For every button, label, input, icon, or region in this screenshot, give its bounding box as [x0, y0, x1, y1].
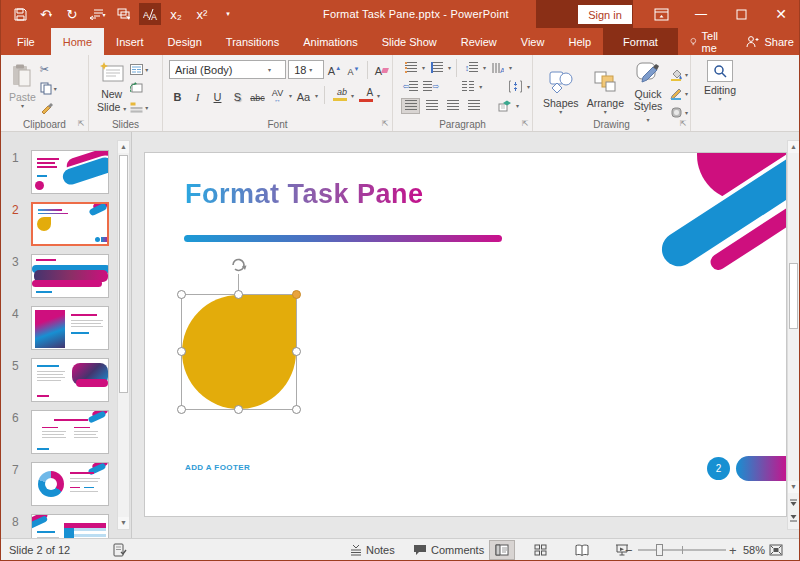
slide-title[interactable]: Format Task Pane: [185, 179, 424, 210]
new-slide-caret[interactable]: ▾: [123, 106, 126, 112]
slide-thumbnail-5[interactable]: [31, 358, 109, 402]
thumbnails-scroll-thumb[interactable]: [119, 155, 128, 393]
section-caret[interactable]: ▾: [145, 104, 148, 111]
zoom-slider-track[interactable]: [638, 549, 726, 551]
superscript-button[interactable]: x²: [191, 3, 213, 25]
shapes-caret[interactable]: ▾: [559, 109, 562, 116]
change-case-button[interactable]: Aa: [295, 87, 312, 104]
bullets-button[interactable]: [401, 60, 420, 76]
slide-thumbnail-6[interactable]: [31, 410, 109, 454]
tab-format[interactable]: Format: [603, 28, 678, 55]
align-right-button[interactable]: [443, 98, 462, 114]
arrange-button[interactable]: Arrange ▾: [583, 67, 628, 118]
shape-fill-button[interactable]: ▾: [670, 67, 688, 83]
tab-review[interactable]: Review: [449, 28, 509, 55]
bullets-caret[interactable]: ▾: [422, 64, 425, 71]
shape-effects-caret[interactable]: ▾: [685, 109, 688, 116]
character-spacing-caret[interactable]: ▾: [289, 92, 292, 99]
title-underline-bar[interactable]: [184, 235, 502, 242]
reading-view-button[interactable]: [569, 540, 595, 560]
tab-slide-show[interactable]: Slide Show: [370, 28, 449, 55]
bold-button[interactable]: B: [169, 87, 186, 104]
notes-button[interactable]: Notes: [350, 539, 395, 561]
change-case-caret[interactable]: ▾: [315, 92, 318, 99]
font-name-input[interactable]: [170, 61, 268, 78]
footer-placeholder[interactable]: ADD A FOOTER: [185, 463, 250, 472]
align-text-button[interactable]: [506, 79, 525, 95]
slide-layout-qat-caret[interactable]: ▾: [102, 11, 105, 18]
cut-button[interactable]: ✂: [40, 61, 57, 77]
next-slide-button[interactable]: [788, 513, 799, 528]
comments-button[interactable]: Comments: [413, 539, 484, 561]
convert-smartart-button[interactable]: [495, 98, 514, 114]
align-text-caret[interactable]: ▾: [527, 83, 530, 90]
font-size-caret[interactable]: ▾: [309, 66, 315, 73]
slide-canvas[interactable]: Format Task Pane ADD A FOOTER 2: [144, 152, 787, 517]
layout-button[interactable]: ▾: [130, 61, 148, 77]
numbering-caret[interactable]: ▾: [448, 64, 451, 71]
slide-thumbnail-8[interactable]: [31, 514, 109, 538]
numbering-button[interactable]: [427, 60, 446, 76]
zoom-slider-thumb[interactable]: [656, 544, 663, 556]
selection-handle-w[interactable]: [177, 347, 186, 356]
clipboard-dialog-launcher[interactable]: ⇱: [76, 119, 86, 129]
zoom-slider[interactable]: [638, 539, 726, 561]
font-size-input[interactable]: [289, 61, 309, 78]
normal-view-button[interactable]: [489, 540, 515, 560]
selection-handle-n[interactable]: [234, 290, 243, 299]
slide-layout-qat-button[interactable]: ▾: [87, 3, 109, 25]
clear-formatting-button[interactable]: A: [373, 61, 390, 78]
previous-slide-button[interactable]: [788, 497, 799, 512]
paragraph-dialog-launcher[interactable]: ⇱: [520, 119, 530, 129]
columns-caret[interactable]: ▾: [479, 83, 482, 90]
increase-indent-button[interactable]: ⇨: [422, 79, 441, 95]
selection-handle-se[interactable]: [292, 405, 301, 414]
text-shadow-button[interactable]: S: [229, 87, 246, 104]
decrease-indent-button[interactable]: ⇦: [401, 79, 420, 95]
selection-handle-e[interactable]: [292, 347, 301, 356]
tab-view[interactable]: View: [509, 28, 557, 55]
save-button[interactable]: [9, 3, 31, 25]
zoom-out-button[interactable]: −: [625, 539, 633, 561]
convert-smartart-caret[interactable]: ▾: [516, 102, 519, 109]
underline-button[interactable]: U: [209, 87, 226, 104]
shape-fill-caret[interactable]: ▾: [685, 71, 688, 78]
font-size-combo[interactable]: ▾: [288, 60, 324, 79]
shape-outline-caret[interactable]: ▾: [685, 90, 688, 97]
minimize-button[interactable]: —: [681, 0, 721, 28]
shape-outline-button[interactable]: ▾: [670, 86, 688, 102]
selection-handle-sw[interactable]: [177, 405, 186, 414]
line-spacing-button[interactable]: ↕: [462, 60, 481, 76]
editing-button[interactable]: Editing ▾: [695, 58, 745, 105]
slide-thumbnail-2[interactable]: [31, 202, 109, 246]
columns-button[interactable]: [459, 79, 478, 95]
shrink-font-button[interactable]: A▼: [345, 61, 362, 78]
share-button[interactable]: Share: [734, 28, 800, 55]
italic-button[interactable]: I: [189, 87, 206, 104]
format-painter-button[interactable]: [40, 99, 57, 115]
highlight-caret[interactable]: ▾: [351, 92, 354, 99]
text-direction-caret[interactable]: ▾: [509, 64, 512, 71]
tab-animations[interactable]: Animations: [291, 28, 369, 55]
sign-in-button[interactable]: Sign in: [578, 5, 632, 24]
strikethrough-button[interactable]: abc: [249, 87, 266, 104]
highlight-button[interactable]: ab: [331, 87, 348, 104]
thumbnails-scroll-down-button[interactable]: ▼: [118, 517, 129, 529]
spell-check-button[interactable]: [113, 539, 127, 561]
layout-caret[interactable]: ▾: [145, 66, 148, 73]
selection-handle-s[interactable]: [234, 405, 243, 414]
close-button[interactable]: ✕: [761, 0, 800, 28]
font-name-caret[interactable]: ▾: [268, 66, 274, 73]
undo-button[interactable]: ↶▾: [35, 3, 57, 25]
font-color-caret[interactable]: ▾: [377, 92, 380, 99]
fit-slide-to-window-button[interactable]: [769, 539, 783, 561]
subscript-button[interactable]: x₂: [165, 3, 187, 25]
scroll-thumb[interactable]: [789, 263, 798, 329]
align-left-button[interactable]: [401, 98, 420, 114]
line-spacing-caret[interactable]: ▾: [483, 64, 486, 71]
reset-button[interactable]: [130, 80, 148, 96]
tab-home[interactable]: Home: [51, 28, 104, 55]
tab-file[interactable]: File: [1, 28, 51, 55]
thumbnails-scroll-up-button[interactable]: ▲: [118, 141, 129, 153]
copy-button[interactable]: ▾: [40, 80, 57, 96]
